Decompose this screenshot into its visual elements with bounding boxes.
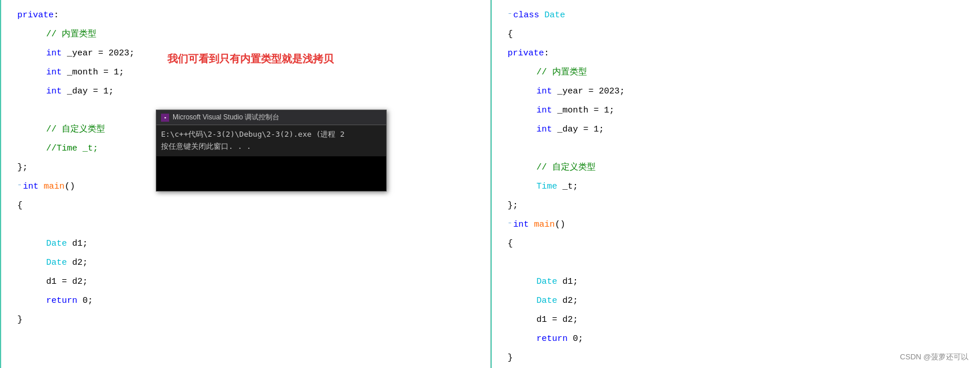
code-line: // 内置类型 bbox=[17, 25, 490, 44]
code-line: return 0; bbox=[508, 329, 981, 348]
right-panel: ⁻ class Date { private: // 内置类型 int _yea… bbox=[491, 0, 981, 368]
code-line bbox=[17, 215, 490, 234]
code-line: { bbox=[17, 196, 490, 215]
comment: // 自定义类型 bbox=[46, 120, 105, 139]
console-black-area-left bbox=[156, 156, 386, 191]
vs-icon-left: ▪ bbox=[161, 114, 169, 122]
code-line: private: bbox=[17, 6, 490, 25]
console-title-left: Microsoft Visual Studio 调试控制台 bbox=[173, 112, 279, 122]
code-line: // 自定义类型 bbox=[508, 158, 981, 177]
minus-icon-r: ⁻ bbox=[508, 6, 513, 25]
comment: //Time _t; bbox=[46, 139, 98, 158]
code-line: ⁻ class Date bbox=[508, 6, 981, 25]
right-code-area: ⁻ class Date { private: // 内置类型 int _yea… bbox=[496, 6, 981, 367]
code-line: int _year = 2023; bbox=[508, 82, 981, 101]
left-border-line bbox=[0, 0, 1, 368]
code-line: { bbox=[508, 234, 981, 253]
code-line: d1 = d2; bbox=[508, 310, 981, 329]
minus-icon-r2: ⁻ bbox=[508, 215, 513, 234]
code-line: ⁻ int main () bbox=[508, 215, 981, 234]
code-line: int _day = 1; bbox=[17, 82, 490, 101]
code-line: d1 = d2; bbox=[17, 272, 490, 291]
code-line: }; bbox=[508, 196, 981, 215]
right-border-line bbox=[491, 0, 492, 368]
console-body-left: E:\c++代码\2-3(2)\Debug\2-3(2).exe (进程 2 按… bbox=[156, 125, 386, 156]
left-panel: private: // 内置类型 int _year = 2023; int _… bbox=[0, 0, 491, 368]
minus-icon: ⁻ bbox=[17, 177, 22, 196]
code-line: private: bbox=[508, 44, 981, 63]
code-line: Date d2; bbox=[17, 253, 490, 272]
console-titlebar-left: ▪ Microsoft Visual Studio 调试控制台 bbox=[156, 110, 386, 125]
csdn-watermark: CSDN @菠萝还可以 bbox=[900, 352, 968, 362]
code-line: int _month = 1; bbox=[508, 101, 981, 120]
console-line1-left: E:\c++代码\2-3(2)\Debug\2-3(2).exe (进程 2 bbox=[161, 129, 381, 141]
code-line: Date d2; bbox=[508, 291, 981, 310]
code-line: int _day = 1; bbox=[508, 120, 981, 139]
code-line: } bbox=[17, 310, 490, 329]
code-line: // 内置类型 bbox=[508, 63, 981, 82]
code-line: return 0; bbox=[17, 291, 490, 310]
console-left[interactable]: ▪ Microsoft Visual Studio 调试控制台 E:\c++代码… bbox=[156, 110, 387, 191]
console-line2-left: 按任意键关闭此窗口. . . bbox=[161, 141, 381, 153]
code-line: Date d1; bbox=[508, 272, 981, 291]
code-line: Time _t; bbox=[508, 177, 981, 196]
comment: // 内置类型 bbox=[46, 25, 96, 44]
left-annotation: 我们可看到只有内置类型就是浅拷贝 bbox=[167, 52, 334, 66]
code-line bbox=[508, 253, 981, 272]
code-line: Date d1; bbox=[17, 234, 490, 253]
code-line: { bbox=[508, 25, 981, 44]
code-line bbox=[508, 139, 981, 158]
keyword-private: private bbox=[17, 6, 54, 25]
